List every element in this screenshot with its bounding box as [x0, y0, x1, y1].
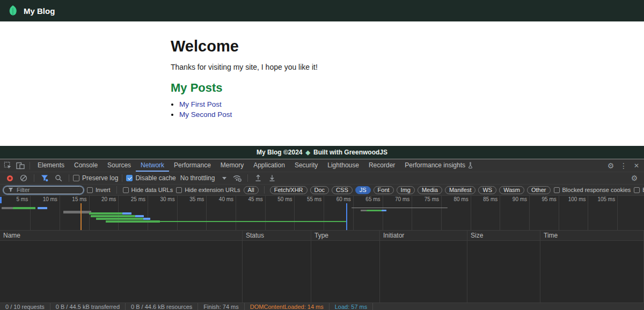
preserve-log-label: Preserve log — [82, 174, 118, 182]
column-header-type[interactable]: Type — [311, 231, 380, 240]
filter-funnel-icon[interactable] — [38, 172, 51, 184]
tab-console[interactable]: Console — [69, 159, 103, 172]
tab-label: Console — [74, 161, 98, 169]
timeline-tick: 30 ms — [148, 196, 178, 230]
footer-diamond-icon: ◆ — [306, 149, 310, 156]
checkbox-unchecked[interactable] — [554, 187, 560, 193]
invert-checkbox[interactable]: Invert — [87, 187, 111, 193]
post-link-my-second-post[interactable]: My Second Post — [179, 110, 232, 119]
devtools-tabs: ElementsConsoleSourcesNetworkPerformance… — [33, 159, 478, 172]
disable-cache-checkbox[interactable]: Disable cache — [126, 174, 175, 182]
filter-pill-js[interactable]: JS — [355, 186, 371, 194]
blocked-requests-checkbox[interactable]: Blocked requests — [634, 187, 644, 193]
tick-label: 10 ms — [43, 196, 57, 202]
column-header-initiator[interactable]: Initiator — [380, 231, 467, 240]
filter-pill-wasm[interactable]: Wasm — [499, 186, 524, 194]
column-header-status[interactable]: Status — [243, 231, 311, 240]
filter-pill-all[interactable]: All — [244, 186, 259, 194]
filter-pill-media[interactable]: Media — [418, 186, 442, 194]
tick-label: 70 ms — [395, 196, 409, 202]
column-header-name[interactable]: Name — [0, 231, 243, 240]
filter-pill-css[interactable]: CSS — [332, 186, 353, 194]
timeline-tick: 50 ms — [266, 196, 295, 230]
tab-memory[interactable]: Memory — [216, 159, 248, 172]
post-link-my-first-post[interactable]: My First Post — [179, 100, 222, 108]
column-body-initiator — [380, 241, 467, 302]
network-conditions-icon[interactable] — [231, 172, 244, 184]
tab-label: Performance insights — [405, 161, 465, 169]
more-menu-icon[interactable]: ⋮ — [617, 161, 630, 170]
throttling-dropdown[interactable]: No throttling — [177, 174, 230, 182]
filter-pill-img[interactable]: Img — [397, 186, 415, 194]
clear-network-log-icon[interactable] — [17, 172, 30, 184]
tab-recorder[interactable]: Recorder — [364, 159, 400, 172]
checkbox-unchecked[interactable] — [123, 187, 129, 193]
tab-elements[interactable]: Elements — [33, 159, 69, 172]
column-body-name — [0, 241, 243, 302]
timeline-tick: 80 ms — [442, 196, 471, 230]
status-0-10-requests: 0 / 10 requests — [0, 303, 50, 310]
tick-label: 5 ms — [17, 196, 28, 202]
checkbox-unchecked[interactable] — [73, 175, 79, 181]
waterfall-bar — [63, 211, 91, 213]
waterfall-bar — [143, 218, 150, 220]
timeline-tick: 60 ms — [324, 196, 354, 230]
requests-table-body[interactable] — [0, 241, 644, 302]
checkbox-checked[interactable] — [126, 175, 133, 181]
tab-sources[interactable]: Sources — [103, 159, 136, 172]
tab-lighthouse[interactable]: Lighthouse — [323, 159, 364, 172]
inspect-element-icon[interactable] — [1, 159, 14, 172]
blog-page: My Blog Welcome Thanks for visiting my s… — [0, 0, 644, 159]
checkbox-unchecked[interactable] — [176, 187, 182, 193]
export-har-icon[interactable] — [266, 172, 279, 184]
tab-performance[interactable]: Performance — [169, 159, 216, 172]
divider — [30, 162, 30, 169]
waterfall-bar — [382, 210, 386, 211]
waterfall-bar — [91, 215, 135, 217]
filter-pill-ws[interactable]: WS — [478, 186, 496, 194]
column-header-size[interactable]: Size — [467, 231, 540, 240]
tab-application[interactable]: Application — [248, 159, 290, 172]
hide-extension-urls-checkbox[interactable]: Hide extension URLs — [176, 187, 240, 193]
waterfall-bar — [13, 207, 35, 209]
checkbox-unchecked[interactable] — [87, 187, 93, 193]
filter-pill-other[interactable]: Other — [527, 186, 551, 194]
network-overview-timeline[interactable]: 5 ms10 ms15 ms20 ms25 ms30 ms35 ms40 ms4… — [0, 196, 644, 231]
divider — [34, 174, 34, 182]
record-network-log-icon[interactable] — [3, 172, 16, 184]
page-content: Welcome Thanks for visiting my site, I h… — [0, 21, 644, 119]
timeline-tick: 95 ms — [530, 196, 559, 230]
blocked-response-cookies-checkbox[interactable]: Blocked response cookies — [554, 187, 631, 193]
network-settings-gear-icon[interactable]: ⚙ — [628, 172, 641, 184]
tab-network[interactable]: Network — [136, 159, 169, 172]
filter-input[interactable]: Filter — [3, 186, 84, 194]
column-body-time — [540, 241, 644, 302]
chevron-down-icon — [222, 177, 226, 180]
tab-security[interactable]: Security — [290, 159, 323, 172]
import-har-icon[interactable] — [252, 172, 265, 184]
devtools-tabbar: ElementsConsoleSourcesNetworkPerformance… — [0, 159, 644, 172]
filter-placeholder: Filter — [17, 187, 30, 193]
waterfall-bar — [89, 212, 122, 215]
close-devtools-icon[interactable]: ✕ — [630, 162, 643, 169]
timeline-tick: 45 ms — [236, 196, 266, 230]
disable-cache-label: Disable cache — [135, 174, 175, 182]
preserve-log-checkbox[interactable]: Preserve log — [73, 174, 118, 182]
filter-pill-doc[interactable]: Doc — [310, 186, 330, 194]
search-icon[interactable] — [52, 172, 65, 184]
device-toolbar-icon[interactable] — [14, 159, 27, 172]
divider — [116, 186, 117, 194]
column-header-time[interactable]: Time — [540, 231, 644, 240]
status-0-b-44-6-kb-resources: 0 B / 44.6 kB resources — [126, 303, 198, 310]
checkbox-unchecked[interactable] — [634, 187, 640, 193]
tab-label: Lighthouse — [327, 161, 359, 169]
settings-gear-icon[interactable]: ⚙ — [604, 161, 617, 170]
hide-data-urls-checkbox[interactable]: Hide data URLs — [123, 187, 173, 193]
tick-label: 40 ms — [219, 196, 233, 202]
network-statusbar: 0 / 10 requests0 B / 44.5 kB transferred… — [0, 302, 644, 310]
dom-content-loaded-marker — [80, 203, 82, 230]
filter-pill-font[interactable]: Font — [374, 186, 394, 194]
tab-performance-insights[interactable]: Performance insights — [400, 159, 478, 172]
filter-pill-fetch-xhr[interactable]: Fetch/XHR — [270, 186, 308, 194]
filter-pill-manifest[interactable]: Manifest — [445, 186, 476, 194]
